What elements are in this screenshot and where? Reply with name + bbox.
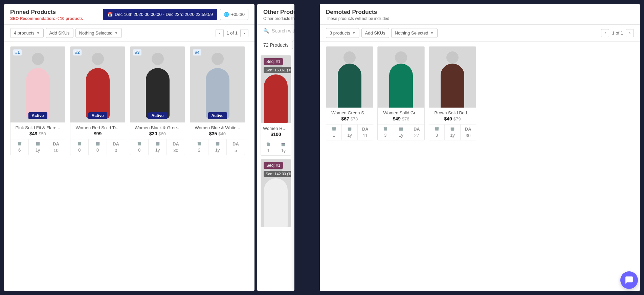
product-card[interactable]: Brown Solid Bod... $49$79 3 1y DA30 — [429, 46, 476, 140]
product-card[interactable]: Seq: #1 Sort: 142.33 (Tre... — [261, 159, 291, 227]
product-body: Women Black & Gree... $30$60 — [130, 122, 185, 139]
product-title: Pink Solid Fit & Flare... — [13, 125, 63, 130]
chat-widget-button[interactable] — [620, 271, 638, 289]
product-image: Seq: #1 Sort: 142.33 (Tre... — [261, 159, 291, 227]
active-badge: Active — [28, 112, 47, 119]
product-body: Women Solid Gr... $49$76 — [378, 108, 424, 124]
other-grid: Seq: #1 Sort: 153.61 (Tre... Women Red S… — [257, 52, 294, 230]
other-count: 72 Products — [263, 42, 289, 48]
stat-cell: DA30 — [167, 139, 185, 155]
product-stats: 0 0 DA0 — [70, 139, 125, 155]
svg-rect-1 — [36, 142, 40, 143]
rank-badge: #3 — [133, 49, 141, 55]
product-card[interactable]: #3 Active Women Black & Gree... $30$60 0… — [130, 46, 185, 155]
product-price: $100 — [263, 132, 289, 137]
timezone-button[interactable]: 🌐 +05:30 — [220, 9, 248, 20]
demoted-subtitle: These products will not be included — [326, 16, 389, 21]
product-stats: 0 1y DA30 — [130, 139, 185, 155]
pinned-selection-dropdown[interactable]: Nothing Selected ▼ — [75, 28, 122, 38]
svg-rect-7 — [216, 142, 219, 143]
other-title: Other Product... — [263, 9, 294, 16]
demoted-selection-dropdown[interactable]: Nothing Selected ▼ — [391, 28, 438, 38]
product-card[interactable]: Women Green S... $67$78 1 1y DA11 — [326, 46, 373, 140]
product-body: Pink Solid Fit & Flare... $49$59 — [10, 122, 65, 139]
other-filter-dropdown[interactable]: No... — [292, 41, 294, 49]
product-title: Women Green S... — [328, 110, 371, 115]
caret-down-icon: ▼ — [115, 31, 118, 35]
stat-cell: DA11 — [358, 124, 373, 140]
product-price: $67$78 — [328, 116, 371, 121]
svg-rect-5 — [156, 142, 159, 143]
stat-value: 10 — [53, 148, 58, 153]
rank-badge: #1 — [13, 49, 22, 55]
date-range-button[interactable]: 📅 Dec 16th 2020 00:00:00 - Dec 23rd 2020… — [103, 9, 217, 20]
stat-value: 0 — [96, 148, 99, 153]
product-price: $49$79 — [431, 116, 474, 121]
stat-value: 0 — [115, 148, 117, 153]
demoted-pager-text: 1 of 1 — [610, 30, 624, 36]
product-stats: 2 1y DA5 — [190, 139, 245, 155]
pinned-add-sku-button[interactable]: Add SKUs — [46, 28, 73, 38]
stat-value: 1y — [347, 133, 352, 138]
svg-rect-3 — [96, 142, 99, 143]
stat-value: 30 — [173, 148, 178, 153]
stat-cell: 1y — [149, 139, 167, 155]
stat-cell: 1y — [29, 139, 47, 155]
demoted-header: Demoted Products These products will not… — [320, 4, 640, 25]
product-image: #2 Active — [70, 47, 125, 122]
svg-rect-15 — [451, 128, 454, 128]
stat-value: 3 — [436, 133, 438, 138]
pinned-title: Pinned Products — [10, 9, 83, 16]
active-badge: Active — [148, 112, 167, 119]
stat-value: 6 — [18, 148, 21, 153]
pinned-prev-page[interactable]: ‹ — [216, 29, 224, 37]
product-image — [429, 47, 476, 108]
pinned-grid: #1 Active Pink Solid Fit & Flare... $49$… — [4, 42, 254, 160]
chat-icon — [625, 276, 634, 285]
product-price: $49$59 — [13, 131, 63, 136]
date-range-label: Dec 16th 2020 00:00:00 - Dec 23rd 2020 2… — [115, 12, 213, 17]
pinned-count-dropdown[interactable]: 4 products ▼ — [10, 28, 44, 38]
product-price: $49$76 — [380, 116, 422, 121]
svg-rect-11 — [348, 128, 352, 128]
stat-cell: 1y — [208, 139, 227, 155]
product-title: Women Black & Gree... — [132, 125, 183, 130]
pinned-header-controls: 📅 Dec 16th 2020 00:00:00 - Dec 23rd 2020… — [103, 9, 248, 20]
rank-badge: #4 — [193, 49, 201, 55]
demoted-add-sku-button[interactable]: Add SKUs — [361, 28, 389, 38]
product-body: Women Blue & White... $35$40 — [190, 122, 245, 139]
product-image — [378, 47, 424, 108]
product-price: $30$60 — [132, 131, 183, 136]
pinned-next-page[interactable]: › — [240, 29, 248, 37]
stat-value: 1y — [450, 133, 455, 138]
active-badge: Active — [208, 112, 227, 119]
product-price: $99 — [72, 131, 123, 136]
stat-cell: 1y — [393, 124, 409, 140]
product-card[interactable]: #2 Active Women Red Solid Tr... $99 0 0 … — [70, 46, 125, 155]
app-container: Pinned Products SEO Recommendation: < 10… — [0, 0, 644, 295]
other-panel: Other Product... Other products tha... 🔍… — [257, 4, 294, 291]
product-stats: 6 1y DA10 — [10, 139, 65, 155]
demoted-panel: Demoted Products These products will not… — [320, 4, 640, 291]
product-card[interactable]: Women Solid Gr... $49$76 3 1y DA27 — [377, 46, 425, 140]
pinned-header: Pinned Products SEO Recommendation: < 10… — [4, 4, 254, 25]
product-title: Brown Solid Bod... — [431, 110, 474, 115]
stat-value: 1y — [155, 148, 160, 153]
demoted-next-page[interactable]: › — [626, 29, 634, 37]
product-card[interactable]: #4 Active Women Blue & White... $35$40 2… — [190, 46, 245, 155]
product-card[interactable]: Seq: #1 Sort: 153.61 (Tre... Women Red S… — [261, 55, 291, 156]
demoted-count-label: 3 products — [330, 30, 350, 36]
demoted-prev-page[interactable]: ‹ — [601, 29, 609, 37]
stat-value: 11 — [363, 133, 368, 138]
stat-value: 1y — [399, 133, 403, 138]
other-search[interactable]: 🔍 Search with... — [263, 28, 288, 33]
demoted-toolbar: 3 products ▼ Add SKUs Nothing Selected ▼… — [320, 25, 640, 42]
product-card[interactable]: #1 Active Pink Solid Fit & Flare... $49$… — [10, 46, 65, 155]
timezone-label: +05:30 — [231, 12, 245, 17]
product-title: Women Red Solid Tr... — [72, 125, 123, 130]
sort-badge: Sort: 153.61 (Tre... — [264, 67, 291, 73]
demoted-count-dropdown[interactable]: 3 products ▼ — [326, 28, 359, 38]
stat-value: 1y — [215, 148, 220, 153]
calendar-icon: 📅 — [107, 12, 113, 17]
rank-badge: #2 — [73, 49, 82, 55]
